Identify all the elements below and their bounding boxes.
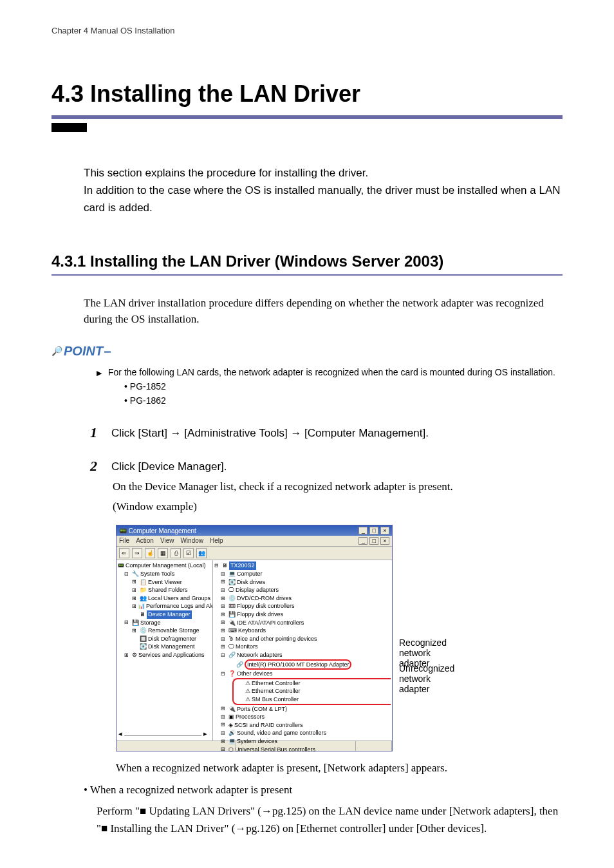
up-folder-icon[interactable]: ☝ (145, 548, 155, 558)
view-icon[interactable]: ▦ (158, 548, 168, 558)
print-icon[interactable]: ⎙ (171, 548, 181, 558)
point-underline (104, 349, 111, 353)
window-controls: _ □ × (358, 527, 389, 534)
point-sub2: • PG-1862 (124, 393, 555, 408)
minimize-icon[interactable]: _ (358, 527, 367, 534)
step-1-text: Click [Start] → [Administrative Tools] →… (111, 424, 429, 442)
chapter-header: Chapter 4 Manual OS Installation (51, 26, 563, 35)
cm-toolbar: ⇐ ⇒ ☝ ▦ ⎙ ☑ 👥 (116, 547, 392, 560)
unrecognized-ec2[interactable]: ⚠Ethernet Controller (232, 687, 391, 695)
present-text: Perform "■ Updating LAN Drivers" (→pg.12… (97, 802, 563, 837)
menu-help[interactable]: Help (210, 537, 223, 545)
point-sub1: • PG-1852 (124, 379, 555, 393)
point-content: ▶ For the following LAN cards, the netwo… (97, 365, 563, 408)
cm-right-tree[interactable]: ⊟🖥TX200S2 ⊞💻Computer ⊞💽Disk drives ⊞🖵Dis… (213, 560, 392, 741)
menu-file[interactable]: File (119, 537, 129, 545)
child-maximize-icon[interactable]: □ (369, 537, 378, 545)
magnifier-icon: 🔎 (51, 346, 62, 356)
triangle-bullet-icon: ▶ (97, 368, 102, 379)
nav-back-icon[interactable]: ⇐ (119, 548, 129, 558)
step-1-num: 1 (90, 424, 102, 442)
step-1: 1 Click [Start] → [Administrative Tools]… (90, 424, 563, 442)
child-minimize-icon[interactable]: _ (358, 537, 367, 545)
intro-line1: This section explains the procedure for … (84, 167, 368, 179)
menu-action[interactable]: Action (136, 537, 154, 545)
point-label: 🔎 POINT (51, 344, 563, 359)
main-heading: 4.3 Installing the LAN Driver (51, 80, 563, 119)
cm-statusbar (116, 741, 392, 751)
intro-paragraph: This section explains the procedure for … (84, 164, 563, 217)
menu-view[interactable]: View (160, 537, 174, 545)
cm-title-text: 📟 Computer Management (119, 527, 196, 534)
child-close-icon[interactable]: × (380, 537, 389, 545)
cm-titlebar: 📟 Computer Management _ □ × (116, 525, 392, 536)
annotation-unrecognized: Unrecognizednetwork adapter (399, 663, 457, 694)
people-icon[interactable]: 👥 (196, 548, 207, 558)
cm-left-tree[interactable]: 📟Computer Management (Local) ⊟🔧System To… (116, 560, 213, 741)
intro-line2: In addition to the case where the OS is … (84, 184, 561, 214)
maximize-icon[interactable]: □ (369, 527, 378, 534)
computer-management-window: 📟 Computer Management _ □ × File Action … (116, 525, 393, 751)
close-icon[interactable]: × (380, 527, 389, 534)
recognized-adapter-item[interactable]: 🔗Intel(R) PRO/1000 MT Desktop Adapter (214, 659, 391, 670)
point-text: POINT (64, 344, 103, 359)
step-2-sub2: (Window example) (113, 498, 563, 515)
unrecognized-ec1[interactable]: ⚠Ethernet Controller (232, 678, 391, 688)
present-bullet: • When a recognized network adapter is p… (84, 781, 563, 798)
screenshot-container: 📟 Computer Management _ □ × File Action … (116, 525, 457, 751)
heading-accent-bar (51, 123, 87, 132)
body-text: The LAN driver installation procedure di… (84, 295, 563, 328)
sub-heading: 4.3.1 Installing the LAN Driver (Windows… (51, 252, 563, 276)
child-window-controls: _ □ × (358, 537, 389, 545)
step-2: 2 Click [Device Manager]. (90, 458, 563, 475)
point-bullet-text: For the following LAN cards, the network… (108, 365, 555, 408)
main-heading-container: 4.3 Installing the LAN Driver (51, 80, 563, 132)
step-2-num: 2 (90, 458, 102, 475)
step-2-sub1: On the Device Manager list, check if a r… (113, 478, 563, 495)
menu-window[interactable]: Window (180, 537, 203, 545)
below-screenshot-text: When a recognized network adapter is pre… (116, 759, 563, 777)
nav-forward-icon[interactable]: ⇒ (132, 548, 142, 558)
cm-body: 📟Computer Management (Local) ⊟🔧System To… (116, 560, 392, 741)
properties-icon[interactable]: ☑ (183, 548, 194, 558)
unrecognized-smbus[interactable]: ⚠SM Bus Controller (232, 695, 391, 705)
cm-menubar: File Action View Window Help _ □ × (116, 536, 392, 547)
step-2-text: Click [Device Manager]. (111, 458, 227, 475)
